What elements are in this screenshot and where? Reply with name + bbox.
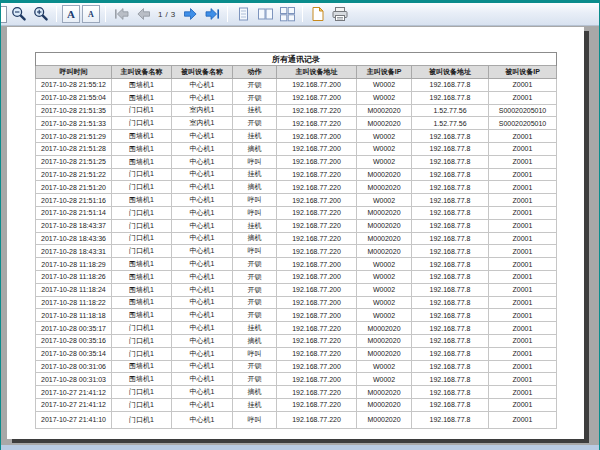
table-cell: 192.168.77.8 <box>412 79 489 92</box>
table-cell: 围墙机1 <box>112 373 172 386</box>
table-cell: 192.168.77.8 <box>412 245 489 258</box>
table-cell: 2017-10-28 00:31:06 <box>36 360 112 373</box>
font-larger-button[interactable]: A <box>62 5 80 23</box>
print-preview-window: A A 1 / 3 <box>0 0 600 450</box>
table-cell: 开锁 <box>233 258 277 271</box>
zoom-out-button[interactable] <box>9 4 29 24</box>
next-page-button[interactable] <box>180 4 200 24</box>
table-cell: 中心机1 <box>172 322 233 335</box>
table-cell: 中心机1 <box>172 232 233 245</box>
print-button[interactable] <box>330 4 350 24</box>
four-page-view-button[interactable] <box>277 4 297 24</box>
table-cell: M0002020 <box>357 322 412 335</box>
font-smaller-button[interactable]: A <box>82 5 100 23</box>
table-row: 2017-10-27 21:41:12门口机1中心机1挂机192.168.77.… <box>36 398 557 411</box>
column-header: 动作 <box>233 66 277 79</box>
toolbar-separator <box>105 6 106 22</box>
table-cell: 挂机 <box>233 168 277 181</box>
table-cell: 呼叫 <box>233 206 277 219</box>
table-cell: Z0001 <box>489 142 557 155</box>
table-cell: 中心机1 <box>172 296 233 309</box>
table-row: 2017-10-28 18:43:31门口机1中心机1呼叫192.168.77.… <box>36 245 557 258</box>
table-cell: 摘机 <box>233 232 277 245</box>
table-cell: 192.168.77.220 <box>277 398 357 411</box>
one-page-view-icon <box>235 6 252 22</box>
table-cell: Z0001 <box>489 258 557 271</box>
table-cell: 摘机 <box>233 334 277 347</box>
table-cell: 192.168.77.8 <box>412 386 489 399</box>
first-page-button[interactable] <box>111 4 131 24</box>
zoom-in-button[interactable] <box>31 4 51 24</box>
table-cell: 192.168.77.220 <box>277 181 357 194</box>
column-header: 呼叫时间 <box>36 66 112 79</box>
table-cell: 192.168.77.8 <box>412 232 489 245</box>
table-cell: 中心机1 <box>172 130 233 143</box>
table-cell: 中心机1 <box>172 155 233 168</box>
table-cell: W0002 <box>357 283 412 296</box>
page-current[interactable]: 1 <box>158 10 162 19</box>
table-cell: 192.168.77.8 <box>412 142 489 155</box>
table-cell: 192.168.77.8 <box>412 411 489 428</box>
zoom-dropdown-partial[interactable] <box>1 6 7 23</box>
printer-icon <box>331 6 349 22</box>
page-separator: / <box>165 10 167 19</box>
table-cell: 2017-10-28 18:43:37 <box>36 219 112 232</box>
table-cell: 192.168.77.200 <box>277 142 357 155</box>
table-cell: 192.168.77.220 <box>277 245 357 258</box>
page-setup-button[interactable] <box>308 4 328 24</box>
table-cell: 2017-10-28 00:31:03 <box>36 373 112 386</box>
table-cell: 中心机1 <box>172 258 233 271</box>
table-cell: 192.168.77.200 <box>277 91 357 104</box>
table-cell: 门口机1 <box>112 168 172 181</box>
zoom-in-icon <box>33 6 49 22</box>
page-indicator: 1 / 3 <box>158 10 175 19</box>
table-cell: Z0001 <box>489 194 557 207</box>
table-cell: 192.168.77.220 <box>277 117 357 130</box>
table-cell: 2017-10-28 21:51:14 <box>36 206 112 219</box>
table-cell: 门口机1 <box>112 181 172 194</box>
table-cell: 192.168.77.220 <box>277 386 357 399</box>
horizontal-scrollbar[interactable] <box>1 445 599 450</box>
one-page-view-button[interactable] <box>233 4 253 24</box>
table-row: 2017-10-27 21:41:10门口机1中心机1呼叫192.168.77.… <box>36 411 557 428</box>
report-page: 所有通讯记录 呼叫时间主叫设备名称被叫设备名称动作主叫设备地址主叫设备IP被叫设… <box>7 27 584 439</box>
table-cell: 呼叫 <box>233 194 277 207</box>
table-cell: 中心机1 <box>172 386 233 399</box>
table-cell: 192.168.77.220 <box>277 322 357 335</box>
previous-page-button[interactable] <box>133 4 153 24</box>
table-cell: 挂机 <box>233 104 277 117</box>
four-page-view-icon <box>279 6 296 22</box>
last-page-icon <box>204 7 221 21</box>
table-cell: 192.168.77.8 <box>412 258 489 271</box>
table-cell: 门口机1 <box>112 104 172 117</box>
table-cell: 中心机1 <box>172 206 233 219</box>
table-cell: 2017-10-27 21:41:12 <box>36 386 112 399</box>
table-cell: Z0001 <box>489 360 557 373</box>
table-cell: 门口机1 <box>112 386 172 399</box>
table-cell: M0002020 <box>357 219 412 232</box>
table-cell: 中心机1 <box>172 181 233 194</box>
table-cell: W0002 <box>357 270 412 283</box>
table-cell: 门口机1 <box>112 398 172 411</box>
table-cell: 192.168.77.8 <box>412 334 489 347</box>
table-cell: 2017-10-28 21:51:22 <box>36 168 112 181</box>
table-cell: 2017-10-27 21:41:12 <box>36 398 112 411</box>
table-cell: 中心机1 <box>172 219 233 232</box>
table-cell: 192.168.77.8 <box>412 155 489 168</box>
table-cell: 192.168.77.220 <box>277 104 357 117</box>
table-cell: 开锁 <box>233 91 277 104</box>
table-cell: 开锁 <box>233 79 277 92</box>
table-cell: 2017-10-28 11:18:26 <box>36 270 112 283</box>
table-cell: W0002 <box>357 79 412 92</box>
table-cell: 192.168.77.8 <box>412 219 489 232</box>
last-page-button[interactable] <box>202 4 222 24</box>
two-page-view-button[interactable] <box>255 4 275 24</box>
table-cell: 中心机1 <box>172 334 233 347</box>
table-cell: 2017-10-28 11:18:22 <box>36 296 112 309</box>
table-cell: 开锁 <box>233 360 277 373</box>
table-cell: 呼叫 <box>233 411 277 428</box>
table-cell: 192.168.77.200 <box>277 296 357 309</box>
table-cell: 中心机1 <box>172 283 233 296</box>
table-cell: 192.168.77.8 <box>412 322 489 335</box>
table-cell: 门口机1 <box>112 347 172 360</box>
